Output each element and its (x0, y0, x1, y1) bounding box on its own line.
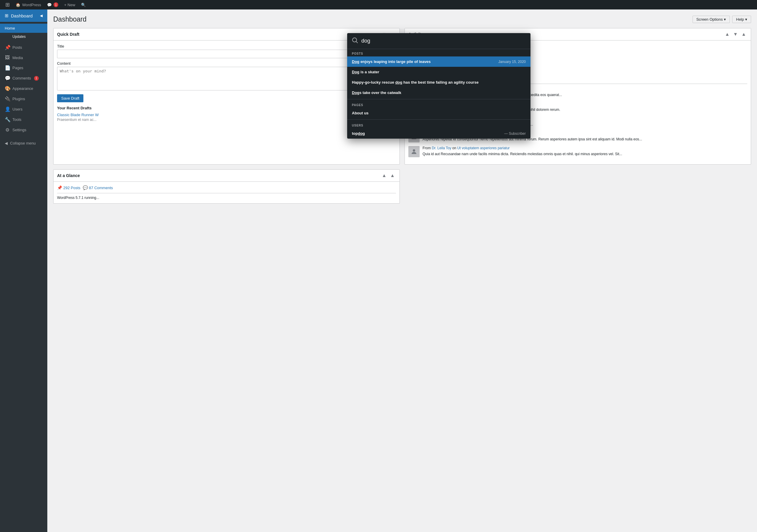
header-buttons: Screen Options ▾ Help ▾ (692, 16, 751, 23)
save-draft-button[interactable]: Save Draft (57, 94, 83, 102)
pages-icon: 📄 (5, 65, 10, 71)
draft-excerpt: Praesentium et nam ac... (57, 118, 396, 122)
search-input[interactable] (361, 38, 526, 44)
at-a-glance-controls: ▲ ▲ (380, 173, 396, 179)
activity-close-button[interactable]: ▲ (740, 31, 747, 37)
search-result-post[interactable]: Dogs take over the catwalk (347, 87, 530, 98)
search-result-text: Happy-go-lucky rescue dog has the best t… (352, 80, 478, 84)
recent-drafts-title: Your Recent Drafts (57, 106, 396, 110)
screen-options-button[interactable]: Screen Options ▾ (692, 16, 730, 23)
search-result-post[interactable]: Happy-go-lucky rescue dog has the best t… (347, 77, 530, 87)
admin-bar: ⊞ 🏠 WordPress 💬 1 + New 🔍 (0, 0, 757, 10)
activity-collapse-up-button[interactable]: ▲ (724, 31, 731, 37)
posts-icon: 📌 (5, 44, 10, 50)
help-chevron-icon: ▾ (745, 17, 747, 21)
search-divider-1 (347, 99, 530, 99)
adminbar-comment-badge: 1 (53, 2, 58, 7)
posts-stat-link[interactable]: 📌 292 Posts (57, 185, 80, 190)
comments-stat: 💬 87 Comments (83, 185, 113, 190)
at-a-glance-title: At a Glance (57, 173, 80, 178)
at-a-glance-widget: At a Glance ▲ ▲ 📌 292 Posts (53, 169, 400, 204)
at-a-glance-collapse-button[interactable]: ▲ (380, 173, 388, 179)
comments-icon: 💬 (5, 75, 10, 81)
activity-controls: ▲ ▼ ▲ (724, 31, 747, 37)
content-textarea[interactable] (57, 67, 396, 90)
search-result-text: Dog enjoys leaping into large pile of le… (352, 59, 431, 64)
comment-post-link[interactable]: Ut voluptatem asperiores pariatur (457, 146, 509, 150)
activity-collapse-down-button[interactable]: ▼ (732, 31, 739, 37)
search-result-text: Dog is a skater (352, 70, 379, 74)
comment-avatar (409, 146, 420, 157)
draft-link[interactable]: Classic Blade Runner W (57, 113, 99, 117)
search-result-date: January 15, 2020 (498, 60, 526, 64)
search-posts-section-label: POSTS (347, 49, 530, 56)
adminbar-wp-logo[interactable]: ⊞ (2, 0, 13, 10)
tools-icon: 🔧 (5, 117, 10, 122)
search-input-row (347, 33, 530, 49)
sidebar-collapse-button[interactable]: ◀ Collapse menu (0, 137, 47, 149)
search-result-page[interactable]: About us (347, 108, 530, 118)
posts-stat: 📌 292 Posts (57, 185, 80, 190)
sidebar-item-comments[interactable]: 💬 Comments 1 (0, 73, 47, 83)
search-result-post[interactable]: Dog enjoys leaping into large pile of le… (347, 56, 530, 67)
dashboard-icon: ⊞ (5, 13, 9, 18)
search-user-role: — Subscriber (504, 132, 526, 136)
media-icon: 🖼 (5, 55, 10, 60)
sidebar-item-updates[interactable]: Updates (0, 33, 47, 41)
page-header: Dashboard Screen Options ▾ Help ▾ (53, 15, 751, 23)
svg-point-4 (413, 149, 415, 152)
comment-item: From Dr. Leila Toy on Ut voluptatem aspe… (409, 146, 747, 157)
search-pages-section-label: PAGES (347, 101, 530, 108)
sidebar-item-home[interactable]: Home (0, 24, 47, 33)
adminbar-search[interactable]: 🔍 (78, 0, 89, 10)
search-users-results: topdog — Subscriber (347, 128, 530, 139)
search-result-post[interactable]: Dog is a skater (347, 67, 530, 77)
content-label: Content (57, 61, 396, 66)
title-label: Title (57, 44, 396, 48)
page-title: Dashboard (53, 15, 87, 23)
help-button[interactable]: Help ▾ (732, 16, 751, 23)
sidebar-item-posts[interactable]: 📌 Posts (0, 42, 47, 53)
search-result-text: About us (352, 111, 369, 115)
posts-stat-icon: 📌 (57, 185, 62, 190)
plugins-icon: 🔌 (5, 96, 10, 102)
sidebar-item-pages[interactable]: 📄 Pages (0, 63, 47, 73)
sidebar-item-appearance[interactable]: 🎨 Appearance (0, 83, 47, 94)
at-a-glance-stats: 📌 292 Posts 💬 87 Comments (57, 185, 396, 190)
sidebar-dashboard-header[interactable]: ⊞ Dashboard ◀ (0, 10, 47, 22)
collapse-icon: ◀ (5, 141, 8, 145)
comments-badge: 1 (34, 76, 39, 81)
sidebar-item-users[interactable]: 👤 Users (0, 104, 47, 114)
search-users-section-label: USERS (347, 121, 530, 128)
screen-options-chevron-icon: ▾ (724, 17, 726, 21)
search-posts-results: Dog enjoys leaping into large pile of le… (347, 56, 530, 98)
search-result-user[interactable]: topdog — Subscriber (347, 128, 530, 139)
search-pages-results: About us (347, 108, 530, 118)
sidebar-dashboard-label: Dashboard (11, 13, 33, 18)
at-a-glance-body: 📌 292 Posts 💬 87 Comments WordPress 5.7.… (53, 182, 400, 203)
sidebar-item-settings[interactable]: ⚙ Settings (0, 125, 47, 135)
adminbar-comment-icon: 💬 (47, 3, 52, 7)
adminbar-search-icon: 🔍 (81, 3, 86, 7)
comment-text: From Dr. Leila Toy on Ut voluptatem aspe… (423, 146, 622, 157)
svg-line-6 (356, 42, 358, 43)
sidebar-item-tools[interactable]: 🔧 Tools (0, 114, 47, 125)
comment-author-link[interactable]: Dr. Leila Toy (432, 146, 451, 150)
search-result-text: Dogs take over the catwalk (352, 90, 401, 95)
at-a-glance-header: At a Glance ▲ ▲ (53, 170, 400, 182)
quick-draft-title: Quick Draft (57, 32, 79, 37)
search-modal: POSTS Dog enjoys leaping into large pile… (347, 33, 530, 139)
sidebar-item-media[interactable]: 🖼 Media (0, 53, 47, 63)
adminbar-site-name[interactable]: 🏠 WordPress (13, 0, 44, 10)
title-input[interactable] (57, 50, 396, 58)
comments-stat-icon: 💬 (83, 185, 88, 190)
adminbar-new[interactable]: + New (61, 0, 78, 10)
wp-logo-icon: ⊞ (5, 1, 10, 8)
adminbar-comments[interactable]: 💬 1 (44, 0, 61, 10)
sidebar-item-plugins[interactable]: 🔌 Plugins (0, 94, 47, 104)
at-a-glance-close-button[interactable]: ▲ (389, 173, 396, 179)
adminbar-home-icon: 🏠 (16, 3, 20, 7)
sidebar-arrow-icon: ◀ (40, 14, 43, 18)
comments-stat-link[interactable]: 💬 87 Comments (83, 185, 113, 190)
search-modal-icon (352, 37, 358, 44)
